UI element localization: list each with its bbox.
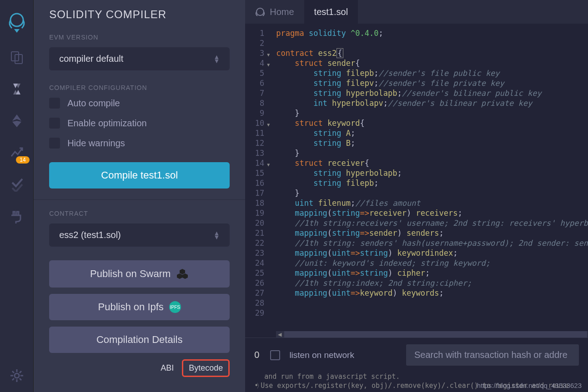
- solidity-compiler-icon[interactable]: [10, 82, 24, 96]
- evm-version-select[interactable]: compiler default ▲▼: [49, 47, 230, 70]
- svg-marker-9: [12, 121, 21, 127]
- listen-label: listen on network: [289, 350, 354, 360]
- bytecode-link[interactable]: Bytecode: [182, 359, 230, 377]
- swarm-icon: [176, 268, 189, 280]
- svg-point-14: [256, 8, 264, 15]
- compiler-panel: SOLIDITY COMPILER EVM VERSION compiler d…: [33, 0, 245, 392]
- line-gutter: 123▼4▼5678910▼11121314▼15161718192021222…: [245, 24, 272, 331]
- checkbox-icon: [49, 138, 60, 149]
- panel-title: SOLIDITY COMPILER: [49, 8, 230, 21]
- compile-button[interactable]: Compile test1.sol: [49, 162, 230, 189]
- publish-ipfs-button[interactable]: Publish on Ipfs IPFS: [49, 294, 230, 320]
- optimization-checkbox[interactable]: Enable optimization: [49, 118, 230, 129]
- horizontal-scrollbar[interactable]: ◀: [276, 331, 588, 337]
- svg-point-0: [10, 14, 23, 26]
- tab-bar: Home test1.sol: [245, 0, 588, 24]
- config-label: COMPILER CONFIGURATION: [49, 84, 230, 91]
- checkbox-icon: [49, 118, 60, 129]
- deploy-run-icon[interactable]: [10, 114, 24, 128]
- watermark-text: https://blog.csdn.net/qq_43533623: [477, 382, 582, 389]
- svg-marker-12: [177, 273, 182, 279]
- contract-select[interactable]: ess2 (test1.sol) ▲▼: [49, 223, 230, 247]
- svg-point-10: [15, 373, 19, 378]
- compilation-details-button[interactable]: Compilation Details: [49, 327, 230, 353]
- ipfs-icon: IPFS: [169, 301, 181, 313]
- file-explorer-icon[interactable]: [10, 50, 24, 65]
- chevron-updown-icon: ▲▼: [213, 231, 220, 239]
- analysis-icon[interactable]: 14: [10, 145, 24, 160]
- scroll-left-icon[interactable]: ◀: [276, 332, 283, 337]
- svg-marker-11: [180, 269, 185, 274]
- expand-console-icon[interactable]: 〉: [256, 382, 263, 390]
- svg-marker-13: [182, 273, 188, 279]
- tab-file[interactable]: test1.sol: [304, 0, 358, 24]
- evm-version-label: EVM VERSION: [49, 34, 230, 41]
- code-editor[interactable]: 123▼4▼5678910▼11121314▼15161718192021222…: [245, 24, 588, 331]
- listen-checkbox[interactable]: [270, 350, 280, 360]
- editor-area: Home test1.sol 123▼4▼5678910▼11121314▼15…: [245, 0, 588, 392]
- publish-swarm-button[interactable]: Publish on Swarm: [49, 260, 230, 288]
- home-icon: [255, 7, 265, 17]
- analysis-badge: 14: [16, 156, 29, 164]
- plugin-manager-icon[interactable]: [10, 209, 24, 223]
- settings-icon[interactable]: [10, 368, 24, 383]
- chevron-updown-icon: ▲▼: [213, 55, 220, 63]
- code-content[interactable]: pragma solidity ^0.4.0;contract ess2{ st…: [272, 24, 588, 331]
- icon-rail: 14: [0, 0, 33, 392]
- hide-warnings-checkbox[interactable]: Hide warnings: [49, 138, 230, 149]
- abi-link[interactable]: ABI: [161, 363, 174, 373]
- checkbox-icon: [49, 98, 60, 109]
- tab-home[interactable]: Home: [245, 0, 304, 24]
- contract-label: CONTRACT: [49, 210, 230, 217]
- pending-tx-count: 0: [254, 350, 259, 360]
- svg-marker-1: [14, 29, 20, 33]
- svg-marker-8: [12, 114, 21, 121]
- remix-logo-icon: [5, 10, 28, 33]
- tx-search-input[interactable]: Search with transaction hash or addre: [406, 344, 579, 366]
- auto-compile-checkbox[interactable]: Auto compile: [49, 98, 230, 109]
- debugger-icon[interactable]: [10, 177, 24, 192]
